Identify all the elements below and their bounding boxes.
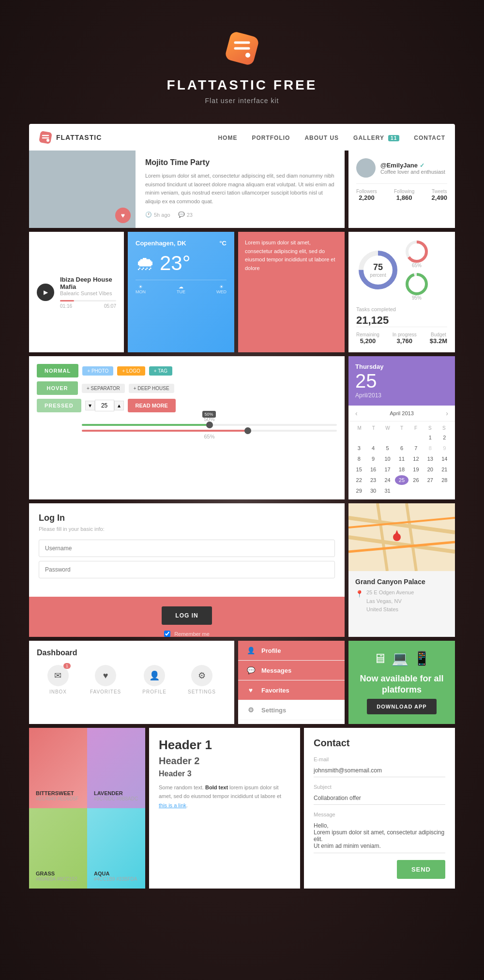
forecast-tue: ☁ TUE (177, 284, 185, 294)
dashboard-icons: ✉ 1 INBOX ♥ FAVORITES 👤 PROFILE ⚙ SETTIN… (37, 665, 227, 694)
play-button[interactable]: ▶ (37, 284, 54, 301)
separator-button[interactable]: + SEPARATOR (82, 384, 125, 393)
body-link[interactable]: this is a link (159, 802, 186, 808)
donut-percent: 75 (370, 262, 386, 272)
swatch-bittersweet: BITTERSWEET #EC4949 #ED6D5F (29, 728, 87, 808)
weather-widget: Copenhagen, DK °C 🌧 23° ☀ MON ☁ TUE ☀ WE… (128, 232, 234, 352)
row-blog-twitter: ♥ Mojito Time Party Lorem ipsum dolor si… (29, 151, 455, 228)
menu-item-profile[interactable]: 👤 Profile (238, 641, 345, 661)
inbox-badge: 1 (63, 663, 71, 669)
email-input[interactable] (314, 764, 445, 777)
ui-container: FLATTASTIC HOME PORTFOLIO ABOUT US GALLE… (29, 124, 455, 907)
music-title: Ibiza Deep House Mafia (60, 276, 116, 290)
forecast-wed-icon: ☀ (216, 284, 227, 289)
pressed-button[interactable]: PRESSED (37, 399, 81, 412)
forecast-tue-icon: ☁ (177, 284, 185, 289)
slider-thumb-65[interactable] (244, 427, 251, 434)
progress-bar[interactable] (60, 300, 116, 302)
swatch-aqua: AQUA #4CC1B9 #33BFDA (87, 808, 145, 889)
slider-50: 50% 50% (82, 416, 337, 426)
stepper-down[interactable]: ▾ (85, 401, 95, 410)
swatch-lavender: LAVENDER #9C70DC #9B8ADC (87, 728, 145, 808)
normal-button[interactable]: NORMAL (37, 364, 78, 377)
username-input[interactable] (39, 540, 335, 557)
calendar-nav: ‹ April 2013 › (348, 406, 455, 422)
blog-card-content: Mojito Time Party Lorem ipsum dolor sit … (136, 151, 345, 228)
photo-button[interactable]: + PHOTO (82, 366, 113, 376)
tag-button[interactable]: + TAG (149, 366, 172, 376)
nav-item-contact[interactable]: CONTACT (414, 133, 445, 142)
slider-thumb-50[interactable]: 50% (206, 422, 213, 428)
menu-item-settings[interactable]: ⚙ Settings (238, 700, 345, 720)
cal-days: 12 3456789 891011121314 15161718192021 2… (352, 433, 451, 496)
donut-label: 75 percent (370, 262, 386, 278)
row-login-map: Log In Please fill in your basic info: L… (29, 503, 455, 637)
logo-button[interactable]: + LOGO (117, 366, 145, 376)
inbox-item[interactable]: ✉ 1 INBOX (47, 665, 69, 694)
favorites-menu-icon: ♥ (246, 686, 256, 694)
contact-title: Contact (314, 738, 445, 749)
brand-text: FLATTASTIC (56, 134, 102, 141)
remember-checkbox[interactable] (164, 631, 170, 637)
stepper-up[interactable]: ▴ (114, 401, 124, 410)
slider-track-50[interactable]: 50% (82, 424, 337, 426)
login-panel: Log In Please fill in your basic info: L… (29, 503, 345, 637)
email-label: E-mail (314, 756, 445, 762)
app-download-panel: 🖥 💻 📱 Now available for all platforms DO… (348, 641, 455, 724)
donut-text: percent (370, 272, 386, 278)
following-stat: Following 1,860 (394, 189, 414, 201)
comment-icon: 💬 (178, 211, 185, 218)
nav-item-portfolio[interactable]: PORTFOLIO (252, 133, 290, 142)
map-title: Grand Canyon Palace (355, 578, 448, 586)
app-device-icons: 🖥 💻 📱 (373, 650, 430, 666)
cal-prev-button[interactable]: ‹ (355, 409, 358, 417)
calendar-day: 25 (355, 370, 448, 392)
row-music-weather: ▶ Ibiza Deep House Mafia Balearic Sunset… (29, 232, 455, 352)
music-player: ▶ Ibiza Deep House Mafia Balearic Sunset… (29, 232, 124, 352)
btn-row-slider2: 65% (37, 430, 337, 439)
send-button[interactable]: SEND (397, 860, 445, 879)
remaining-stat: Remaining 5,200 (356, 332, 379, 345)
menu-item-favorites[interactable]: ♥ Favorites (238, 680, 345, 700)
profile-menu-icon: 👤 (246, 647, 256, 654)
like-button[interactable]: ♥ (115, 208, 131, 223)
donut-container: 75 percent 65% (356, 240, 447, 301)
profile-item[interactable]: 👤 PROFILE (142, 665, 166, 694)
tasks-stats: Remaining 5,200 In progress 3,760 Budget… (356, 327, 447, 345)
twitter-profile: @EmilyJane ✓ Coffee lover and enthusiast (356, 158, 447, 178)
read-more-button[interactable]: READ MORE (128, 399, 176, 412)
download-button[interactable]: DOWNLOAD APP (367, 699, 436, 714)
btn-row-normal: NORMAL + PHOTO + LOGO + TAG (37, 364, 337, 377)
twitter-card: @EmilyJane ✓ Coffee lover and enthusiast… (348, 151, 455, 228)
nav-item-home[interactable]: HOME (218, 133, 237, 142)
message-textarea[interactable]: Hello, Lorem ipsum dolor sit amet, conse… (314, 819, 445, 853)
svg-point-13 (407, 274, 426, 294)
map-panel: Grand Canyon Palace 📍 25 E Odgen Avenue … (348, 503, 455, 637)
menu-item-messages[interactable]: 💬 Messages (238, 661, 345, 680)
bottom-spacer (29, 892, 455, 907)
login-button[interactable]: LOG IN (162, 606, 212, 625)
message-label: Message (314, 812, 445, 817)
nav-item-about[interactable]: ABOUT US (304, 133, 339, 142)
twitter-quote: Lorem ipsum dolor sit amet, consectetur … (238, 232, 345, 352)
forecast-mon-icon: ☀ (136, 284, 146, 289)
clock-icon: 🕐 (145, 211, 152, 218)
settings-item[interactable]: ⚙ SETTINGS (188, 665, 216, 694)
hover-button[interactable]: HOVER (37, 381, 78, 395)
svg-point-7 (46, 139, 49, 142)
favorites-item[interactable]: ♥ FAVORITES (90, 665, 121, 694)
cal-next-button[interactable]: › (446, 409, 448, 417)
login-content: Log In Please fill in your basic info: (29, 503, 345, 587)
weather-location: Copenhagen, DK °C (136, 240, 227, 247)
messages-menu-icon: 💬 (246, 666, 256, 674)
progress-times: 01:16 05:07 (60, 303, 116, 309)
slider-track-65[interactable] (82, 430, 337, 432)
deep-house-button[interactable]: + DEEP HOUSE (129, 384, 174, 393)
blog-meta: 🕐 5h ago 💬 23 (145, 211, 335, 218)
stepper-input[interactable] (95, 400, 114, 411)
forecast-mon: ☀ MON (136, 284, 146, 294)
subject-input[interactable] (314, 792, 445, 805)
nav-item-gallery[interactable]: GALLERY 11 (353, 133, 399, 142)
password-input[interactable] (39, 561, 335, 578)
map-address: 📍 25 E Odgen Avenue Las Vegas, NV United… (355, 588, 448, 614)
